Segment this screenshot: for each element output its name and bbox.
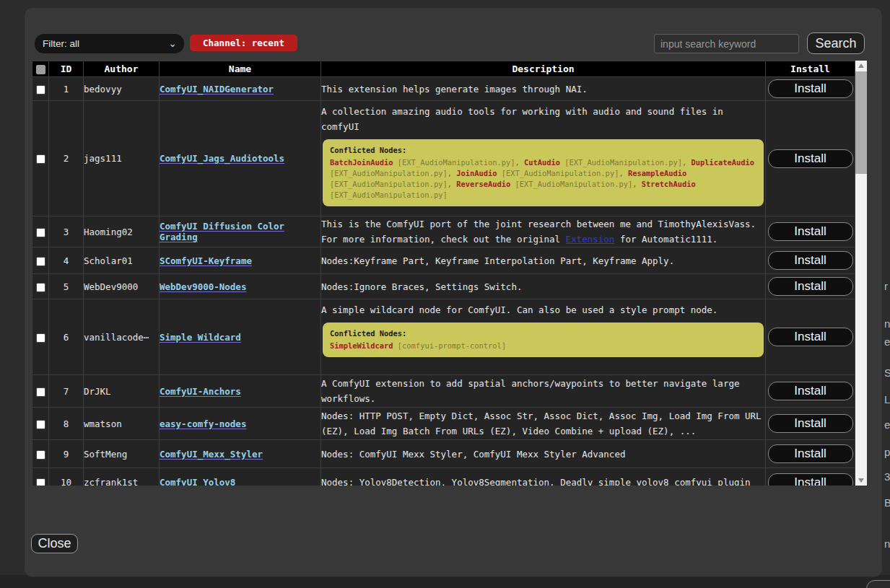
install-button[interactable]: Install bbox=[768, 222, 853, 241]
channel-badge: Channel: recent bbox=[190, 35, 297, 51]
filter-select[interactable]: Filter: all ⌄ bbox=[35, 34, 184, 53]
install-button[interactable]: Install bbox=[768, 277, 853, 296]
extension-name-link[interactable]: ComfyUI-Anchors bbox=[160, 386, 241, 397]
conflict-node-source: [comfyui-prompt-control] bbox=[393, 341, 506, 350]
background-app-sliver: rneSLep3Bn bbox=[884, 0, 890, 588]
description-text: A simple wildcard node for ComfyUI. Can … bbox=[321, 304, 717, 315]
header-row: IDAuthorNameDescriptionInstall bbox=[32, 61, 855, 77]
column-header-id: ID bbox=[49, 61, 84, 77]
conflict-node-source: [EXT_AudioManipulation.py] bbox=[510, 180, 632, 188]
conflict-node-source: [EXT_AudioManipulation.py] bbox=[560, 158, 682, 167]
table-row: 8wmatsoneasy-comfy-nodesNodes: HTTP POST… bbox=[32, 408, 855, 440]
extension-name-link[interactable]: ComfyUI_NAIDGenerator bbox=[160, 84, 274, 95]
extension-name-link[interactable]: SComfyUI-Keyframe bbox=[160, 255, 252, 266]
row-checkbox[interactable] bbox=[36, 387, 45, 397]
extension-name-link[interactable]: ComfyUI Yolov8 bbox=[160, 477, 235, 486]
row-name-cell: ComfyUI Yolov8 bbox=[160, 468, 321, 486]
install-button[interactable]: Install bbox=[768, 79, 853, 98]
row-name-cell: ComfyUI-Anchors bbox=[160, 375, 321, 408]
install-button[interactable]: Install bbox=[768, 444, 853, 463]
description-text: Nodes: ComfyUI Mexx Styler, ComfyUI Mexx… bbox=[321, 449, 625, 460]
close-button[interactable]: Close bbox=[31, 534, 78, 553]
extension-name-link[interactable]: Simple Wildcard bbox=[160, 332, 241, 343]
conflicted-nodes-warning: Conflicted Nodes:SimpleWildcard [comfyui… bbox=[323, 322, 764, 357]
row-install-cell: Install bbox=[766, 247, 855, 274]
scroll-down-arrow-icon[interactable] bbox=[855, 475, 867, 486]
description-text: Nodes:Keyframe Part, Keyframe Interpolat… bbox=[321, 255, 674, 266]
row-id: 2 bbox=[49, 101, 84, 216]
row-checkbox-cell bbox=[32, 375, 49, 408]
table-row: 5WebDev9000WebDev9000-NodesNodes:Ignore … bbox=[32, 274, 855, 299]
row-author: jags111 bbox=[84, 101, 160, 216]
install-button[interactable]: Install bbox=[768, 328, 853, 346]
row-checkbox[interactable] bbox=[36, 450, 45, 460]
row-id: 7 bbox=[49, 375, 84, 408]
row-install-cell: Install bbox=[766, 274, 855, 299]
install-button[interactable]: Install bbox=[768, 149, 853, 168]
background-text-fragment: L bbox=[884, 393, 890, 405]
row-checkbox[interactable] bbox=[36, 228, 45, 237]
row-id: 5 bbox=[49, 274, 84, 299]
row-name-cell: Simple Wildcard bbox=[160, 299, 321, 375]
background-partial-button bbox=[866, 580, 890, 588]
install-button[interactable]: Install bbox=[768, 414, 853, 433]
row-checkbox[interactable] bbox=[36, 420, 45, 429]
row-install-cell: Install bbox=[766, 375, 855, 408]
search-input[interactable] bbox=[654, 34, 799, 53]
scrollbar-thumb[interactable] bbox=[855, 71, 867, 174]
conflict-node-source: [EXT_AudioManipulation.py] bbox=[330, 180, 448, 188]
extension-name-link[interactable]: ComfyUI_Jags_Audiotools bbox=[160, 153, 284, 164]
row-description: Nodes:Ignore Braces, Settings Switch. bbox=[321, 274, 766, 299]
install-button[interactable]: Install bbox=[768, 382, 853, 400]
row-name-cell: ComfyUI_Mexx_Styler bbox=[160, 440, 321, 468]
background-text-fragment: p bbox=[884, 446, 890, 458]
extension-name-link[interactable]: ComfyUI Diffusion Color Grading bbox=[160, 221, 284, 242]
row-checkbox[interactable] bbox=[36, 478, 45, 486]
table-scrollbar[interactable] bbox=[855, 61, 867, 486]
extension-name-link[interactable]: ComfyUI_Mexx_Styler bbox=[160, 449, 263, 460]
install-button[interactable]: Install bbox=[768, 473, 853, 486]
extension-name-link[interactable]: WebDev9000-Nodes bbox=[160, 281, 246, 292]
scroll-up-arrow-icon[interactable] bbox=[855, 61, 867, 71]
row-checkbox-cell bbox=[32, 468, 49, 486]
conflict-node-name: DuplicateAudio bbox=[691, 158, 754, 167]
install-button[interactable]: Install bbox=[768, 251, 853, 270]
row-description: Nodes: ComfyUI Mexx Styler, ComfyUI Mexx… bbox=[321, 440, 766, 468]
row-install-cell: Install bbox=[766, 408, 855, 440]
row-author: Scholar01 bbox=[84, 247, 160, 274]
conflict-node-name: SimpleWildcard bbox=[330, 341, 393, 350]
row-checkbox-cell bbox=[32, 274, 49, 299]
row-author: Haoming02 bbox=[84, 216, 160, 247]
conflict-node-name: StretchAudio bbox=[642, 180, 696, 188]
description-text: Nodes: HTTP POST, Empty Dict, Assoc Str,… bbox=[321, 411, 762, 436]
background-text-fragment: r bbox=[884, 280, 888, 292]
description-text: This extension helps generate images thr… bbox=[321, 84, 588, 95]
description-link[interactable]: Extension bbox=[566, 234, 615, 245]
row-checkbox[interactable] bbox=[36, 85, 45, 95]
row-checkbox[interactable] bbox=[36, 283, 45, 292]
row-install-cell: Install bbox=[766, 101, 855, 216]
column-header-name: Name bbox=[160, 61, 321, 77]
row-description: A simple wildcard node for ComfyUI. Can … bbox=[321, 299, 766, 375]
row-checkbox[interactable] bbox=[36, 257, 45, 266]
select-all-checkbox[interactable] bbox=[36, 65, 45, 74]
row-checkbox[interactable] bbox=[36, 333, 45, 343]
row-checkbox[interactable] bbox=[36, 154, 45, 164]
conflict-node-source: [EXT_AudioManipulation.py] bbox=[330, 190, 448, 199]
row-checkbox-cell bbox=[32, 101, 49, 216]
extensions-table-header: IDAuthorNameDescriptionInstall bbox=[32, 61, 855, 77]
description-text: A ComfyUI extension to add spatial ancho… bbox=[321, 378, 739, 404]
row-id: 9 bbox=[49, 440, 84, 468]
row-id: 6 bbox=[49, 299, 84, 375]
conflict-node-name: JoinAudio bbox=[456, 169, 497, 177]
row-description: Nodes: Yolov8Detection, Yolov8Segmentati… bbox=[321, 468, 766, 486]
extension-name-link[interactable]: easy-comfy-nodes bbox=[160, 418, 246, 429]
description-text: This is the ComfyUI port of the joint re… bbox=[321, 219, 756, 245]
search-button[interactable]: Search bbox=[807, 32, 865, 54]
background-text-fragment: e bbox=[884, 418, 890, 431]
row-description: A ComfyUI extension to add spatial ancho… bbox=[321, 375, 766, 408]
row-install-cell: Install bbox=[766, 77, 855, 101]
row-name-cell: ComfyUI_NAIDGenerator bbox=[160, 77, 321, 101]
background-text-fragment: e bbox=[884, 335, 890, 348]
table-row: 1bedovyyComfyUI_NAIDGeneratorThis extens… bbox=[32, 77, 855, 101]
